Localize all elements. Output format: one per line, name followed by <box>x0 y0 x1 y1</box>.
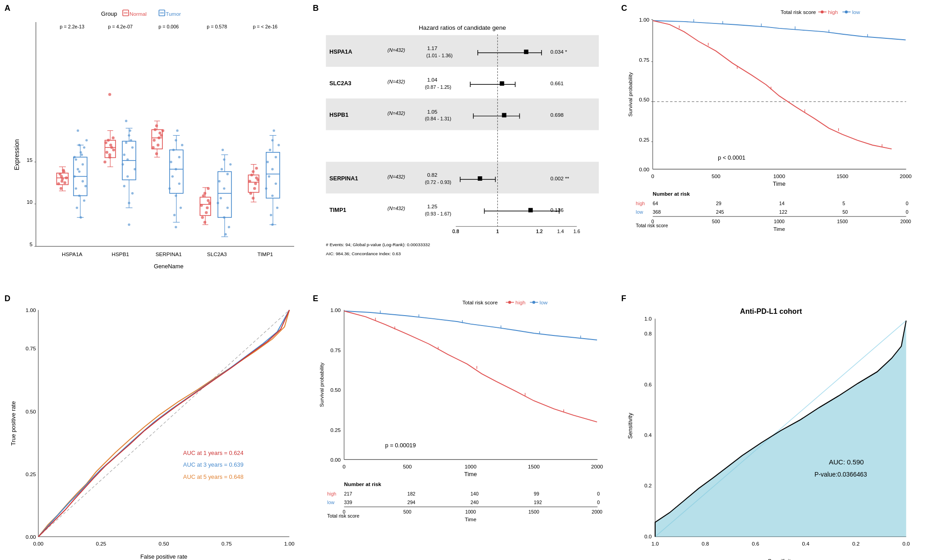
svg-point-116 <box>176 129 178 132</box>
svg-text:0.0: 0.0 <box>902 540 910 546</box>
c-risk-low-1000: 122 <box>779 209 787 215</box>
main-grid: A Group Normal Tumor Expression 5 10 15 <box>0 0 925 560</box>
c-xtick-500: 500 <box>712 173 721 179</box>
e-risk-high-0: 217 <box>344 491 352 496</box>
e-risk-low-2000: 0 <box>597 499 600 505</box>
c-xtick-2000: 2000 <box>900 173 912 179</box>
c-risk-low-2000: 0 <box>906 209 908 215</box>
svg-point-125 <box>207 199 209 202</box>
gene-serpina1: SERPINA1 <box>329 175 358 182</box>
svg-text:1.00: 1.00 <box>26 307 36 312</box>
footnote2: AIC: 984.36; Concordance Index: 0.63 <box>326 251 401 256</box>
svg-point-97 <box>155 152 158 155</box>
e-risk-low-500: 294 <box>407 499 416 505</box>
c-risk-title: Number at risk <box>652 191 690 197</box>
ci-slc2a3: (0.87 - 1.25) <box>425 84 451 90</box>
svg-text:1000: 1000 <box>465 463 477 469</box>
svg-text:0.2: 0.2 <box>644 482 652 488</box>
svg-point-115 <box>173 214 176 216</box>
d-x-axis: False positive rate <box>140 553 187 560</box>
panel-f: F Anti-PD-L1 cohort Sensitivity Specific… <box>617 290 925 560</box>
svg-point-180 <box>271 168 273 170</box>
point-serpina1 <box>478 176 482 181</box>
svg-text:0.00: 0.00 <box>331 456 341 462</box>
n-timp1: (N=432) <box>388 206 405 211</box>
panel-b-label: B <box>313 4 319 13</box>
svg-text:0.2: 0.2 <box>852 540 859 546</box>
legend-tumor: Tumor <box>166 11 181 17</box>
c-pvalue: p < 0.0001 <box>718 154 745 161</box>
c-risk-low-0: 368 <box>652 209 661 215</box>
ci-timp1: (0.93 - 1.67) <box>425 211 451 216</box>
c-ytick-050: 0.50 <box>639 96 649 102</box>
x-label-hspb1: HSPB1 <box>111 251 129 257</box>
svg-point-144 <box>229 163 231 165</box>
c-risk-high-0: 64 <box>652 201 658 207</box>
svg-point-145 <box>223 187 225 189</box>
panel-e: E Total risk score high low Survival pro… <box>308 290 616 560</box>
boxplot-hspb1-normal <box>103 93 116 167</box>
svg-point-70 <box>123 153 125 156</box>
boxplot-serpina1-normal <box>152 121 164 157</box>
svg-text:1.00: 1.00 <box>284 540 295 546</box>
e-y-axis: Survival probability <box>319 363 324 407</box>
svg-point-36 <box>82 180 84 182</box>
f-pvalue-text: P-value:0.0366463 <box>814 470 867 477</box>
svg-point-128 <box>202 194 205 197</box>
c-xtick-1000: 1000 <box>773 173 785 179</box>
ci-serpina1: (0.72 - 0.93) <box>425 179 451 185</box>
d-auc-3yr: AUC at 3 years = 0.639 <box>183 461 244 468</box>
svg-point-58 <box>112 148 115 151</box>
c-risk-score-label: Total risk score <box>636 223 668 228</box>
pval-b-slc2a3: 0.661 <box>550 80 564 86</box>
svg-point-106 <box>178 156 180 158</box>
n-slc2a3: (N=432) <box>388 79 405 84</box>
panel-b-title: Hazard ratios of candidate gene <box>419 24 506 31</box>
svg-text:2000: 2000 <box>592 509 603 514</box>
svg-point-133 <box>204 221 206 224</box>
pval-b-hspa1a: 0.034 * <box>550 49 567 55</box>
pval-hspa1a: p = 2.2e-13 <box>60 24 84 29</box>
panel-b: B Hazard ratios of candidate gene HSPA1A… <box>308 0 616 290</box>
c-risk-xtick-2000: 2000 <box>900 219 911 224</box>
svg-text:0.75: 0.75 <box>331 347 341 353</box>
panel-e-label: E <box>313 294 318 303</box>
svg-point-219 <box>821 10 823 13</box>
e-risk-high-2000: 0 <box>597 491 600 496</box>
svg-point-59 <box>108 156 111 158</box>
svg-point-89 <box>158 132 161 134</box>
f-title: Anti-PD-L1 cohort <box>740 307 802 315</box>
svg-point-42 <box>84 185 87 187</box>
svg-text:0.75: 0.75 <box>222 540 232 546</box>
y-tick-15: 15 <box>27 157 33 163</box>
svg-point-181 <box>268 175 270 178</box>
hr-hspb1: 1.05 <box>427 109 438 115</box>
panel-a-y-axis: Expression <box>13 139 20 170</box>
c-legend-high: high <box>828 9 838 15</box>
c-risk-x-axis: Time <box>773 226 785 232</box>
svg-point-117 <box>175 226 177 228</box>
svg-point-165 <box>253 187 256 190</box>
svg-point-185 <box>276 207 278 209</box>
svg-point-38 <box>76 207 78 209</box>
svg-point-56 <box>109 144 112 147</box>
svg-point-259 <box>532 301 535 303</box>
svg-text:1.0: 1.0 <box>651 540 659 546</box>
svg-point-78 <box>131 192 134 194</box>
legend-title: Group <box>101 10 117 17</box>
svg-point-43 <box>77 129 79 132</box>
gene-hspb1: HSPB1 <box>329 112 348 118</box>
c-risk-high-label: high <box>636 201 645 207</box>
svg-text:1000: 1000 <box>465 509 476 514</box>
svg-point-107 <box>170 161 172 163</box>
svg-point-34 <box>78 170 80 173</box>
svg-text:0.25: 0.25 <box>96 540 106 546</box>
svg-point-76 <box>126 175 129 178</box>
svg-point-69 <box>131 146 134 148</box>
boxplot-hspa1a-tumor <box>73 129 88 219</box>
c-ytick-000: 0.00 <box>639 166 649 172</box>
svg-point-11 <box>64 181 66 184</box>
e-risk-high-1000: 140 <box>471 491 479 496</box>
boxplot-slc2a3-tumor <box>217 149 231 237</box>
svg-point-92 <box>157 144 159 147</box>
